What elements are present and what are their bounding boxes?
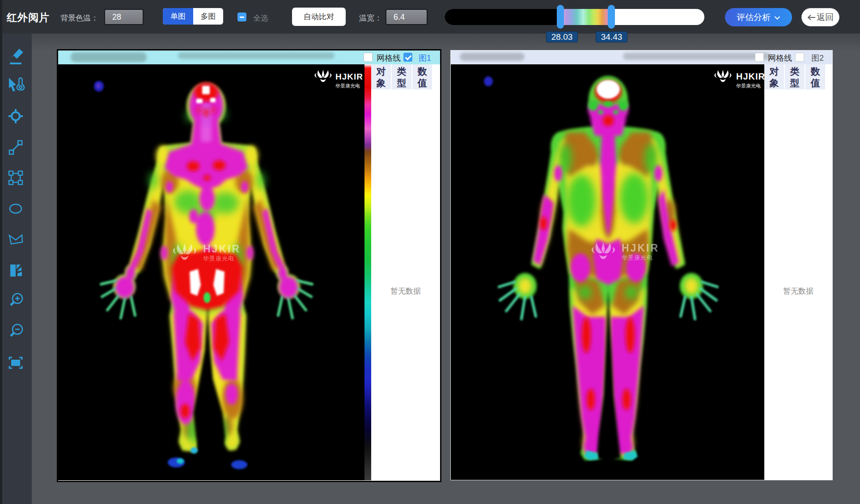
svg-text:华景康光电: 华景康光电 [203,255,234,262]
svg-text:华景康光电: 华景康光电 [622,254,653,261]
svg-text:HJKIR: HJKIR [736,71,764,81]
svg-text:HJKIR: HJKIR [335,72,363,81]
svg-text:HJKIR: HJKIR [622,242,659,254]
svg-text:HJKIR: HJKIR [203,243,241,255]
svg-text:华景康光电: 华景康光电 [736,83,761,88]
svg-text:华景康光电: 华景康光电 [335,83,360,88]
